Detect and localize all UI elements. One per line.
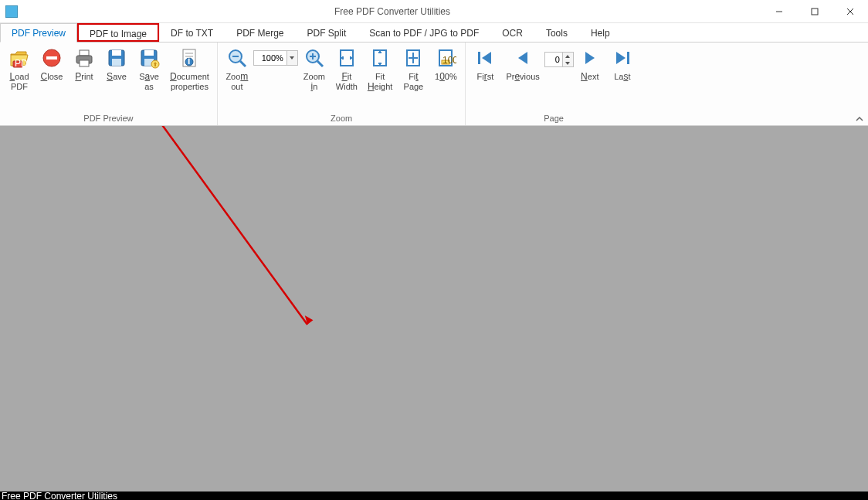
svg-line-25: [240, 61, 246, 66]
printer-icon: [73, 47, 95, 69]
close-label: Close: [41, 72, 63, 82]
tab-tools[interactable]: Tools: [534, 23, 579, 42]
page-number: [544, 46, 574, 73]
svg-marker-38: [482, 52, 491, 64]
tab-pdf-merge[interactable]: PDF Merge: [225, 23, 295, 42]
svg-line-45: [154, 126, 307, 325]
prev-icon: [512, 47, 534, 69]
print-button[interactable]: Print: [68, 44, 100, 83]
svg-rect-12: [112, 50, 121, 56]
svg-rect-37: [478, 52, 480, 64]
doc-properties-button[interactable]: i Documentproperties: [165, 44, 214, 94]
tab-help[interactable]: Help: [579, 23, 622, 42]
svg-text:i: i: [188, 56, 190, 66]
app-icon: [5, 5, 18, 18]
ribbon-tabs: PDF Preview PDF to Image DF to TXT PDF M…: [0, 23, 868, 43]
svg-text:PDF: PDF: [15, 58, 30, 69]
zoom-in-label: Zoomin: [303, 72, 325, 92]
tab-pdf-to-image[interactable]: PDF to Image: [77, 23, 159, 42]
svg-rect-10: [80, 60, 89, 66]
save-button[interactable]: Save: [100, 44, 133, 83]
tab-scan-to-pdf[interactable]: Scan to PDF / JPG to PDF: [358, 23, 490, 42]
zoom-out-button[interactable]: Zoomout: [221, 44, 253, 94]
svg-text:100: 100: [442, 55, 456, 66]
prev-page-button[interactable]: Previous: [501, 44, 544, 83]
svg-rect-13: [112, 59, 121, 66]
group-zoom-label: Zoom: [331, 114, 352, 125]
close-icon: [41, 47, 63, 69]
tab-pdf-to-txt[interactable]: DF to TXT: [159, 23, 225, 42]
group-page: First Previous Next: [466, 43, 641, 125]
zoom-100-button[interactable]: 100 100%: [429, 44, 462, 83]
zoom-out-icon: [226, 47, 248, 69]
ribbon-collapse-button[interactable]: [856, 116, 863, 122]
floppy-as-icon: [138, 47, 160, 69]
fit-page-button[interactable]: FitPage: [397, 44, 429, 94]
next-label: Next: [581, 72, 598, 82]
first-page-button[interactable]: First: [469, 44, 501, 83]
annotation-arrow: [0, 126, 868, 489]
page-input[interactable]: [544, 52, 563, 67]
zoom-in-icon: [303, 47, 325, 69]
fit-width-label: FitWidth: [336, 72, 358, 92]
zoom-percent: [253, 44, 298, 72]
svg-marker-40: [565, 55, 570, 58]
close-button[interactable]: Close: [36, 44, 68, 83]
next-page-button[interactable]: Next: [574, 44, 606, 83]
folder-open-icon: PDF: [8, 47, 30, 69]
zoom-out-label: Zoomout: [225, 72, 248, 92]
prev-label: Previous: [506, 72, 539, 82]
page-up-icon[interactable]: [563, 53, 573, 60]
print-label: Print: [75, 72, 93, 82]
fit-width-icon: [336, 47, 358, 69]
group-pdf-preview: PDF LoadPDF Close Print Save Savea: [0, 43, 218, 125]
page-spinner[interactable]: [563, 52, 574, 67]
maximize-button[interactable]: [797, 0, 832, 23]
load-pdf-button[interactable]: PDF LoadPDF: [3, 44, 36, 94]
page-down-icon[interactable]: [563, 60, 573, 66]
content-area: [0, 126, 868, 491]
last-page-button[interactable]: Last: [606, 44, 639, 83]
svg-marker-26: [290, 56, 294, 60]
zoom-in-button[interactable]: Zoomin: [298, 44, 331, 94]
titlebar: Free PDF Converter Utilities: [0, 0, 868, 23]
svg-marker-41: [565, 62, 570, 65]
group-zoom: Zoomout Zoomin FitWidth FitHeight: [218, 43, 466, 125]
zoom-100-icon: 100: [435, 47, 456, 69]
last-icon: [612, 47, 633, 69]
svg-rect-8: [80, 50, 89, 56]
fit-page-icon: [402, 47, 424, 69]
floppy-icon: [106, 47, 127, 69]
statusbar: Free PDF Converter Utilities: [0, 491, 868, 500]
fit-height-label: FitHeight: [368, 72, 393, 92]
svg-rect-44: [627, 52, 629, 64]
svg-rect-1: [812, 9, 818, 15]
svg-line-30: [317, 61, 323, 66]
window-title: Free PDF Converter Utilities: [23, 6, 761, 17]
tab-pdf-preview[interactable]: PDF Preview: [0, 23, 77, 43]
tab-ocr[interactable]: OCR: [490, 23, 534, 42]
zoom-input[interactable]: [253, 50, 287, 66]
fit-width-button[interactable]: FitWidth: [331, 44, 363, 94]
close-window-button[interactable]: [832, 0, 868, 23]
fit-height-icon: [369, 47, 391, 69]
first-icon: [474, 47, 496, 69]
statusbar-text: Free PDF Converter Utilities: [2, 491, 117, 501]
first-label: First: [477, 72, 494, 82]
last-label: Last: [614, 72, 630, 82]
save-as-button[interactable]: Saveas: [133, 44, 165, 94]
group-page-label: Page: [544, 114, 564, 125]
app-window: Free PDF Converter Utilities PDF Preview…: [0, 0, 868, 491]
zoom-dropdown[interactable]: [287, 50, 298, 66]
svg-marker-42: [585, 52, 595, 64]
fit-height-button[interactable]: FitHeight: [363, 44, 398, 94]
svg-rect-29: [312, 53, 314, 60]
svg-marker-43: [616, 52, 626, 64]
minimize-button[interactable]: [761, 0, 797, 23]
ribbon: PDF LoadPDF Close Print Save Savea: [0, 43, 868, 126]
tab-pdf-split[interactable]: PDF Split: [296, 23, 358, 42]
doc-properties-icon: i: [178, 47, 200, 69]
next-icon: [579, 47, 601, 69]
svg-rect-15: [144, 50, 154, 56]
load-pdf-label: LoadPDF: [9, 72, 29, 92]
